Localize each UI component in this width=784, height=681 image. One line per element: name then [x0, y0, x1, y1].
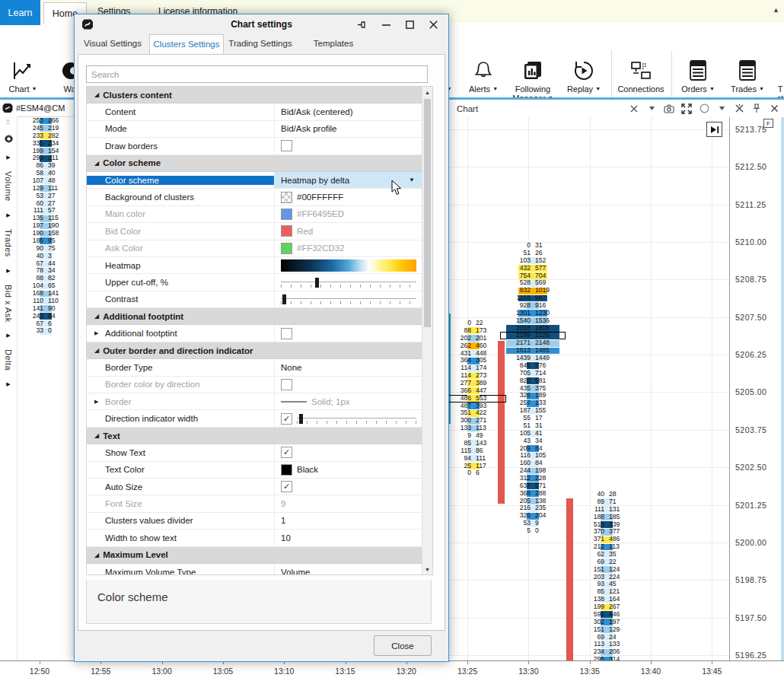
setting-value[interactable]: #FF6495ED: [274, 206, 422, 222]
settings-row[interactable]: Ask Color#FF32CD32: [87, 240, 422, 257]
caret-icon[interactable]: [716, 103, 727, 114]
settings-row[interactable]: Clusters values divider1: [87, 513, 422, 530]
checkbox[interactable]: [281, 140, 292, 151]
color-swatch[interactable]: [281, 243, 292, 254]
setting-value[interactable]: ✓: [274, 479, 422, 495]
ribbon-collapse-icon[interactable]: ▲: [773, 6, 779, 14]
settings-list[interactable]: ◢Clusters contentContentBid/Ask (centere…: [86, 86, 433, 575]
scroll-down-icon[interactable]: ▼: [422, 564, 432, 574]
settings-row[interactable]: Upper cut-off, %: [87, 274, 422, 291]
sidebar-panel-trades[interactable]: Trades: [4, 229, 13, 257]
collapse-triangle-icon[interactable]: ◢: [94, 160, 99, 167]
cursor-cross-icon[interactable]: [629, 103, 639, 114]
color-swatch[interactable]: [281, 192, 292, 203]
heatmap-gradient-bar[interactable]: [281, 259, 416, 272]
slider[interactable]: [281, 276, 416, 288]
setting-value[interactable]: [274, 325, 422, 341]
sidebar-panel-delta[interactable]: Delta: [4, 349, 13, 371]
setting-value[interactable]: ✓: [274, 444, 422, 460]
checkbox[interactable]: ✓: [281, 447, 292, 458]
settings-row[interactable]: ModeBid/Ask profile: [87, 121, 422, 138]
settings-row[interactable]: Color schemeHeatmap by delta▼: [87, 172, 422, 189]
color-swatch[interactable]: [281, 225, 292, 237]
settings-row[interactable]: Border TypeNone: [87, 359, 422, 376]
go-to-latest-button[interactable]: [706, 122, 722, 137]
setting-value[interactable]: 1: [274, 513, 422, 529]
slider[interactable]: [281, 293, 416, 305]
settings-row[interactable]: Width to show text10: [87, 530, 422, 546]
settings-row[interactable]: Border▶Solid; 1px: [87, 393, 422, 410]
setting-value[interactable]: [274, 377, 422, 393]
setting-value[interactable]: #FF32CD32: [274, 240, 422, 256]
slider-thumb[interactable]: [282, 294, 286, 304]
dropdown-caret-icon[interactable]: ▼: [409, 177, 415, 183]
settings-section-header[interactable]: ◢Additional footptint: [87, 308, 422, 325]
setting-value[interactable]: [274, 138, 422, 154]
settings-row[interactable]: Background of clusters#00FFFFFF: [87, 189, 422, 205]
slider[interactable]: [297, 412, 416, 425]
expand-arrow-icon[interactable]: ▶: [94, 330, 98, 336]
setting-value[interactable]: ✓: [274, 410, 422, 426]
close-icon[interactable]: [769, 103, 779, 114]
gear-icon[interactable]: [4, 134, 14, 144]
pin-icon[interactable]: [751, 103, 762, 114]
setting-value[interactable]: [274, 291, 422, 307]
color-swatch[interactable]: [281, 208, 292, 220]
sidebar-panel-volume[interactable]: Volume: [4, 171, 13, 202]
settings-section-header[interactable]: ◢Text: [87, 428, 422, 444]
settings-row[interactable]: Draw borders: [87, 138, 422, 154]
setting-value[interactable]: 9: [274, 495, 422, 511]
setting-value[interactable]: Bid/Ask profile: [274, 121, 422, 137]
tab-trading-settings[interactable]: Trading Settings: [224, 34, 297, 54]
settings-section-header[interactable]: ◢Color scheme: [87, 155, 422, 172]
maximize-icon[interactable]: [406, 20, 414, 30]
checkbox[interactable]: [281, 379, 292, 390]
collapse-triangle-icon[interactable]: ◢: [94, 432, 99, 439]
setting-value[interactable]: [274, 257, 422, 273]
drag-handle-icon[interactable]: ⠿: [6, 119, 11, 126]
settings-row[interactable]: Heatmap: [87, 257, 422, 274]
slider-thumb[interactable]: [315, 278, 319, 288]
settings-section-header[interactable]: ◢Maximum Level: [87, 547, 422, 564]
caret-icon[interactable]: [646, 103, 657, 114]
setting-value[interactable]: Solid; 1px: [274, 393, 422, 409]
settings-row[interactable]: Text ColorBlack: [87, 462, 422, 479]
settings-row[interactable]: Bid ColorRed: [87, 223, 422, 240]
tab-templates[interactable]: Templates: [297, 34, 370, 54]
settings-row[interactable]: Main color#FF6495ED: [87, 206, 422, 223]
settings-section-header[interactable]: ◢Outer border and direction indicator: [87, 342, 422, 359]
scroll-up-icon[interactable]: ▲: [422, 87, 432, 97]
checkbox[interactable]: [281, 328, 292, 339]
time-axis[interactable]: 12:5012:5513:0013:0513:1013:1513:2013:25…: [0, 660, 784, 681]
collapse-triangle-icon[interactable]: ◢: [94, 347, 99, 354]
quick-tools-icon[interactable]: [734, 103, 744, 114]
close-icon[interactable]: [429, 20, 438, 30]
camera-icon[interactable]: [664, 103, 674, 114]
collapse-triangle-icon[interactable]: ◢: [94, 313, 99, 320]
settings-row[interactable]: Additional footptint▶: [87, 325, 422, 342]
setting-value[interactable]: Bid/Ask (centered): [274, 103, 422, 119]
dialog-titlebar[interactable]: Chart settings: [75, 14, 448, 34]
circle-icon[interactable]: [699, 103, 709, 114]
settings-row[interactable]: Direction indicator width✓: [87, 410, 422, 427]
collapse-triangle-icon[interactable]: ◢: [94, 91, 99, 98]
setting-value[interactable]: Red: [274, 223, 422, 239]
setting-value[interactable]: Black: [274, 462, 422, 478]
pin-icon[interactable]: [357, 20, 367, 30]
collapse-triangle-icon[interactable]: ◢: [94, 552, 99, 558]
close-button[interactable]: Close: [374, 635, 432, 656]
color-swatch[interactable]: [281, 464, 292, 476]
settings-section-header[interactable]: ◢Clusters content: [87, 87, 422, 103]
settings-scrollbar[interactable]: ▲▼: [422, 87, 432, 574]
slider-thumb[interactable]: [299, 414, 303, 424]
settings-row[interactable]: Maximum Volume TypeVolume: [87, 564, 422, 575]
settings-row[interactable]: Font Size9: [87, 495, 422, 512]
setting-value[interactable]: Volume: [274, 564, 422, 575]
search-input[interactable]: Search: [86, 65, 428, 83]
settings-row[interactable]: Auto Size✓: [87, 479, 422, 495]
setting-value[interactable]: [274, 274, 422, 290]
settings-row[interactable]: Show Text✓: [87, 444, 422, 461]
expand-icon[interactable]: [681, 103, 692, 114]
tab-visual-settings[interactable]: Visual Settings: [76, 34, 149, 54]
sidebar-panel-bid-x-ask[interactable]: Bid x Ask: [4, 285, 13, 323]
